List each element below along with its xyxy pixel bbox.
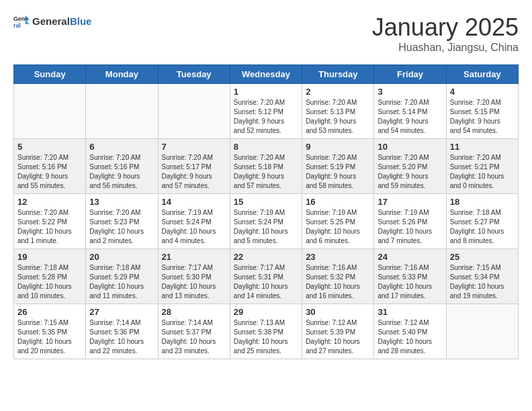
- weekday-header-friday: Friday: [374, 65, 446, 84]
- day-number: 20: [89, 252, 154, 262]
- day-number: 2: [306, 87, 370, 97]
- day-number: 6: [89, 142, 154, 152]
- day-number: 4: [450, 87, 515, 97]
- day-number: 15: [234, 197, 298, 207]
- day-number: 18: [450, 197, 515, 207]
- calendar-cell: 4Sunrise: 7:20 AM Sunset: 5:15 PM Daylig…: [446, 84, 518, 139]
- calendar-cell: [446, 304, 518, 359]
- day-info: Sunrise: 7:18 AM Sunset: 5:27 PM Dayligh…: [450, 208, 515, 246]
- day-info: Sunrise: 7:18 AM Sunset: 5:29 PM Dayligh…: [89, 263, 154, 301]
- day-info: Sunrise: 7:20 AM Sunset: 5:17 PM Dayligh…: [162, 153, 226, 191]
- day-number: 9: [306, 142, 370, 152]
- day-info: Sunrise: 7:17 AM Sunset: 5:30 PM Dayligh…: [162, 263, 226, 301]
- calendar-cell: 29Sunrise: 7:13 AM Sunset: 5:38 PM Dayli…: [230, 304, 302, 359]
- day-number: 29: [234, 307, 298, 317]
- svg-text:ral: ral: [13, 22, 21, 29]
- day-info: Sunrise: 7:20 AM Sunset: 5:15 PM Dayligh…: [450, 98, 515, 136]
- day-info: Sunrise: 7:13 AM Sunset: 5:38 PM Dayligh…: [234, 318, 298, 356]
- calendar-cell: 12Sunrise: 7:20 AM Sunset: 5:22 PM Dayli…: [14, 194, 86, 249]
- day-number: 12: [17, 197, 82, 207]
- day-info: Sunrise: 7:19 AM Sunset: 5:24 PM Dayligh…: [162, 208, 226, 246]
- day-info: Sunrise: 7:18 AM Sunset: 5:28 PM Dayligh…: [17, 263, 82, 301]
- calendar-cell: 13Sunrise: 7:20 AM Sunset: 5:23 PM Dayli…: [86, 194, 158, 249]
- day-number: 24: [378, 252, 442, 262]
- calendar-cell: 23Sunrise: 7:16 AM Sunset: 5:32 PM Dayli…: [302, 249, 374, 304]
- calendar-title: January 2025: [372, 13, 519, 42]
- calendar-cell: 19Sunrise: 7:18 AM Sunset: 5:28 PM Dayli…: [14, 249, 86, 304]
- day-number: 31: [378, 307, 442, 317]
- calendar-cell: 21Sunrise: 7:17 AM Sunset: 5:30 PM Dayli…: [158, 249, 230, 304]
- day-info: Sunrise: 7:19 AM Sunset: 5:26 PM Dayligh…: [378, 208, 442, 246]
- day-info: Sunrise: 7:16 AM Sunset: 5:33 PM Dayligh…: [378, 263, 442, 301]
- calendar-cell: 27Sunrise: 7:14 AM Sunset: 5:36 PM Dayli…: [86, 304, 158, 359]
- calendar-week-row: 5Sunrise: 7:20 AM Sunset: 5:16 PM Daylig…: [14, 139, 519, 194]
- day-info: Sunrise: 7:20 AM Sunset: 5:23 PM Dayligh…: [89, 208, 154, 246]
- title-area: January 2025 Huashan, Jiangsu, China: [372, 13, 519, 54]
- day-number: 26: [17, 307, 82, 317]
- day-info: Sunrise: 7:17 AM Sunset: 5:31 PM Dayligh…: [234, 263, 298, 301]
- calendar-cell: [14, 84, 86, 139]
- calendar-week-row: 1Sunrise: 7:20 AM Sunset: 5:12 PM Daylig…: [14, 84, 519, 139]
- day-info: Sunrise: 7:19 AM Sunset: 5:25 PM Dayligh…: [306, 208, 370, 246]
- day-number: 10: [378, 142, 442, 152]
- day-number: 27: [89, 307, 154, 317]
- calendar-cell: 28Sunrise: 7:14 AM Sunset: 5:37 PM Dayli…: [158, 304, 230, 359]
- weekday-header-saturday: Saturday: [446, 65, 518, 84]
- calendar-cell: 6Sunrise: 7:20 AM Sunset: 5:16 PM Daylig…: [86, 139, 158, 194]
- day-info: Sunrise: 7:14 AM Sunset: 5:37 PM Dayligh…: [162, 318, 226, 356]
- day-number: 25: [450, 252, 515, 262]
- weekday-header-monday: Monday: [86, 65, 158, 84]
- calendar-cell: 3Sunrise: 7:20 AM Sunset: 5:14 PM Daylig…: [374, 84, 446, 139]
- logo-blue: Blue: [70, 15, 92, 27]
- weekday-header-wednesday: Wednesday: [230, 65, 302, 84]
- calendar-subtitle: Huashan, Jiangsu, China: [372, 42, 519, 54]
- calendar-cell: [86, 84, 158, 139]
- day-number: 23: [306, 252, 370, 262]
- calendar-cell: 18Sunrise: 7:18 AM Sunset: 5:27 PM Dayli…: [446, 194, 518, 249]
- day-info: Sunrise: 7:20 AM Sunset: 5:18 PM Dayligh…: [234, 153, 298, 191]
- day-number: 17: [378, 197, 442, 207]
- weekday-header-tuesday: Tuesday: [158, 65, 230, 84]
- weekday-header-row: SundayMondayTuesdayWednesdayThursdayFrid…: [14, 65, 519, 84]
- calendar-cell: 25Sunrise: 7:15 AM Sunset: 5:34 PM Dayli…: [446, 249, 518, 304]
- day-number: 8: [234, 142, 298, 152]
- day-number: 22: [234, 252, 298, 262]
- weekday-header-thursday: Thursday: [302, 65, 374, 84]
- day-info: Sunrise: 7:20 AM Sunset: 5:20 PM Dayligh…: [378, 153, 442, 191]
- calendar-cell: 2Sunrise: 7:20 AM Sunset: 5:13 PM Daylig…: [302, 84, 374, 139]
- calendar-cell: 8Sunrise: 7:20 AM Sunset: 5:18 PM Daylig…: [230, 139, 302, 194]
- day-number: 28: [162, 307, 226, 317]
- logo-text: GeneralBlue: [32, 16, 91, 28]
- calendar-cell: 15Sunrise: 7:19 AM Sunset: 5:24 PM Dayli…: [230, 194, 302, 249]
- logo: Gene ral GeneralBlue: [13, 13, 91, 30]
- day-number: 30: [306, 307, 370, 317]
- day-info: Sunrise: 7:12 AM Sunset: 5:39 PM Dayligh…: [306, 318, 370, 356]
- day-number: 13: [89, 197, 154, 207]
- calendar-cell: 17Sunrise: 7:19 AM Sunset: 5:26 PM Dayli…: [374, 194, 446, 249]
- calendar-cell: 5Sunrise: 7:20 AM Sunset: 5:16 PM Daylig…: [14, 139, 86, 194]
- day-info: Sunrise: 7:20 AM Sunset: 5:19 PM Dayligh…: [306, 153, 370, 191]
- day-number: 19: [17, 252, 82, 262]
- day-number: 21: [162, 252, 226, 262]
- calendar-cell: 30Sunrise: 7:12 AM Sunset: 5:39 PM Dayli…: [302, 304, 374, 359]
- calendar-cell: 10Sunrise: 7:20 AM Sunset: 5:20 PM Dayli…: [374, 139, 446, 194]
- calendar-cell: 22Sunrise: 7:17 AM Sunset: 5:31 PM Dayli…: [230, 249, 302, 304]
- day-number: 11: [450, 142, 515, 152]
- calendar-cell: 31Sunrise: 7:12 AM Sunset: 5:40 PM Dayli…: [374, 304, 446, 359]
- day-info: Sunrise: 7:14 AM Sunset: 5:36 PM Dayligh…: [89, 318, 154, 356]
- weekday-header-sunday: Sunday: [14, 65, 86, 84]
- day-number: 5: [17, 142, 82, 152]
- day-number: 7: [162, 142, 226, 152]
- logo-icon: Gene ral: [13, 13, 30, 30]
- day-info: Sunrise: 7:12 AM Sunset: 5:40 PM Dayligh…: [378, 318, 442, 356]
- day-info: Sunrise: 7:20 AM Sunset: 5:16 PM Dayligh…: [89, 153, 154, 191]
- calendar-cell: 1Sunrise: 7:20 AM Sunset: 5:12 PM Daylig…: [230, 84, 302, 139]
- calendar-cell: 7Sunrise: 7:20 AM Sunset: 5:17 PM Daylig…: [158, 139, 230, 194]
- day-info: Sunrise: 7:19 AM Sunset: 5:24 PM Dayligh…: [234, 208, 298, 246]
- calendar-cell: 14Sunrise: 7:19 AM Sunset: 5:24 PM Dayli…: [158, 194, 230, 249]
- calendar-week-row: 12Sunrise: 7:20 AM Sunset: 5:22 PM Dayli…: [14, 194, 519, 249]
- calendar-cell: [158, 84, 230, 139]
- calendar-cell: 9Sunrise: 7:20 AM Sunset: 5:19 PM Daylig…: [302, 139, 374, 194]
- calendar-cell: 26Sunrise: 7:15 AM Sunset: 5:35 PM Dayli…: [14, 304, 86, 359]
- day-number: 14: [162, 197, 226, 207]
